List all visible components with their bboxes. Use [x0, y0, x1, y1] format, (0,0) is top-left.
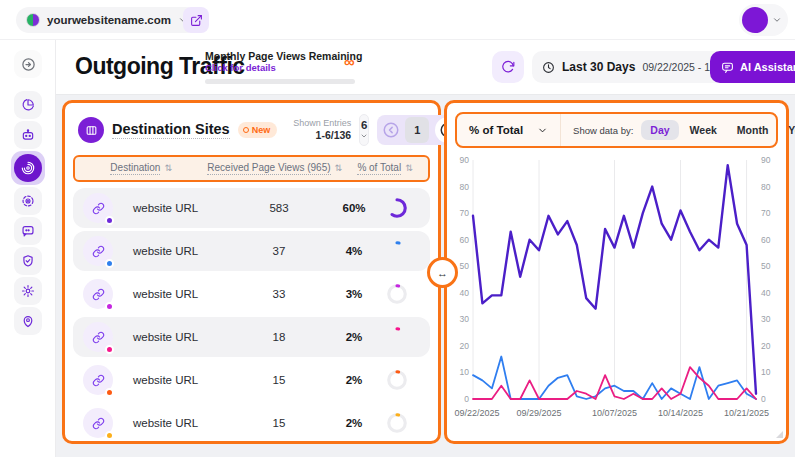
sidebar-nav: [0, 90, 56, 335]
link-icon: [92, 417, 105, 430]
y-tick-left: 0: [464, 394, 469, 404]
metric-label: % of Total: [469, 124, 523, 136]
received-page-views: 583: [236, 202, 322, 214]
bot-icon: [21, 128, 35, 142]
y-tick-right: 90: [761, 155, 771, 165]
current-page[interactable]: 1: [405, 117, 429, 143]
monthly-page-views-title: Monthly Page Views Remaining: [205, 50, 355, 62]
percent-donut: [386, 369, 408, 391]
destination-icon: [83, 236, 113, 266]
table-row[interactable]: website URL182%: [73, 317, 430, 357]
percent-of-total: 2%: [322, 417, 386, 429]
resize-arrows-icon: ↔: [437, 267, 448, 279]
ai-assistant-label: AI Assistant: [740, 61, 795, 73]
destination-icon: [83, 193, 113, 223]
y-tick-right: 50: [761, 261, 771, 271]
table-row[interactable]: website URL152%: [73, 403, 430, 443]
site-selector[interactable]: yourwebsitename.com: [16, 7, 198, 33]
percent-of-total: 60%: [322, 202, 386, 214]
percent-of-total: 2%: [322, 374, 386, 386]
pie-chart-icon: [21, 98, 35, 112]
active-item-circle: [14, 154, 42, 182]
percent-of-total: 3%: [322, 288, 386, 300]
clock-icon: [542, 61, 555, 74]
x-tick-label: 10/21/2025: [724, 408, 769, 418]
sidebar-item-outgoing-traffic[interactable]: [11, 151, 45, 185]
column-header-1[interactable]: Received Page Views (965)⇅: [207, 162, 342, 175]
traffic-chart-panel: % of Total Show data by: DayWeekMonthYea…: [444, 100, 789, 444]
site-name: yourwebsitename.com: [47, 14, 171, 26]
panel-title: Destination Sites: [112, 121, 230, 139]
destination-url: website URL: [125, 331, 236, 343]
sidebar-item-account[interactable]: [14, 307, 42, 335]
sidebar-item-assistant-bot[interactable]: [14, 121, 42, 149]
open-site-button[interactable]: [183, 7, 209, 33]
click-for-details-link[interactable]: Click for details: [205, 62, 355, 73]
metric-dropdown[interactable]: % of Total: [457, 114, 561, 146]
y-tick-right: 20: [761, 341, 771, 351]
arrow-left-circle-icon: [382, 121, 400, 139]
y-tick-left: 50: [460, 261, 470, 271]
gear-icon: [21, 284, 35, 298]
expand-icon: [21, 57, 36, 72]
percent-donut: [386, 283, 408, 305]
granularity-tab-year[interactable]: Year: [779, 120, 795, 140]
destination-sites-header: Destination Sites New Shown Entries 1-6/…: [65, 103, 438, 153]
table-row[interactable]: website URL58360%: [73, 188, 430, 228]
destination-table-body: website URL58360%website URL374%website …: [65, 188, 438, 443]
granularity-tab-month[interactable]: Month: [728, 120, 778, 140]
granularity-tab-day[interactable]: Day: [641, 120, 678, 140]
sidebar-item-analytics[interactable]: [14, 91, 42, 119]
link-icon: [92, 331, 105, 344]
target-icon: [21, 194, 35, 208]
table-row[interactable]: website URL374%: [73, 231, 430, 271]
table-columns-icon: [78, 117, 104, 143]
sidebar-item-settings[interactable]: [14, 277, 42, 305]
traffic-line-chart: 0010102020303040405050606070708080909009…: [451, 152, 780, 427]
destination-icon: [83, 322, 113, 352]
monthly-page-views-widget: Monthly Page Views Remaining Click for d…: [205, 50, 355, 84]
card-resize-corner[interactable]: [776, 431, 783, 438]
page-size-select[interactable]: 6: [359, 114, 369, 146]
granularity-tab-week[interactable]: Week: [681, 120, 726, 140]
shown-entries-value: 1-6/136: [293, 129, 351, 142]
ai-assistant-button[interactable]: AI Assistant: [710, 51, 795, 83]
chevron-down-icon: [537, 125, 548, 136]
y-tick-right: 40: [761, 288, 771, 298]
new-badge: New: [238, 122, 278, 138]
y-tick-left: 10: [460, 367, 470, 377]
link-icon: [92, 245, 105, 258]
y-tick-left: 30: [460, 314, 470, 324]
y-tick-right: 10: [761, 367, 771, 377]
table-row[interactable]: website URL152%: [73, 360, 430, 400]
panel-resize-handle[interactable]: ↔: [427, 257, 458, 288]
y-tick-left: 70: [460, 208, 470, 218]
refresh-button[interactable]: [492, 51, 524, 83]
sidebar-item-tracking[interactable]: [14, 187, 42, 215]
received-page-views: 37: [236, 245, 322, 257]
destination-icon: [83, 365, 113, 395]
prev-page-button[interactable]: [379, 118, 403, 142]
sidebar-toggle-button[interactable]: [14, 50, 42, 78]
sidebar-item-security[interactable]: [14, 247, 42, 275]
series-color-dot: [105, 216, 114, 225]
shield-check-icon: [21, 254, 35, 268]
sort-icon: ⇅: [335, 164, 343, 173]
table-row[interactable]: website URL333%: [73, 274, 430, 314]
sort-icon: ⇅: [164, 164, 172, 173]
received-page-views: 18: [236, 331, 322, 343]
x-tick-label: 09/29/2025: [517, 408, 562, 418]
series-color-dot: [105, 302, 114, 311]
column-header-2[interactable]: % of Total⇅: [342, 162, 428, 175]
range-label: Last 30 Days: [562, 60, 635, 74]
column-header-0[interactable]: Destination⇅: [75, 162, 207, 175]
chevron-down-icon: [772, 15, 782, 25]
sidebar-item-messages[interactable]: [14, 217, 42, 245]
sort-icon: ⇅: [405, 164, 413, 173]
chat-icon: [721, 61, 734, 74]
received-page-views: 15: [236, 374, 322, 386]
y-tick-right: 0: [761, 394, 766, 404]
user-menu[interactable]: [739, 4, 788, 36]
person-pin-icon: [21, 314, 35, 328]
monthly-page-views-progressbar: [205, 79, 355, 84]
